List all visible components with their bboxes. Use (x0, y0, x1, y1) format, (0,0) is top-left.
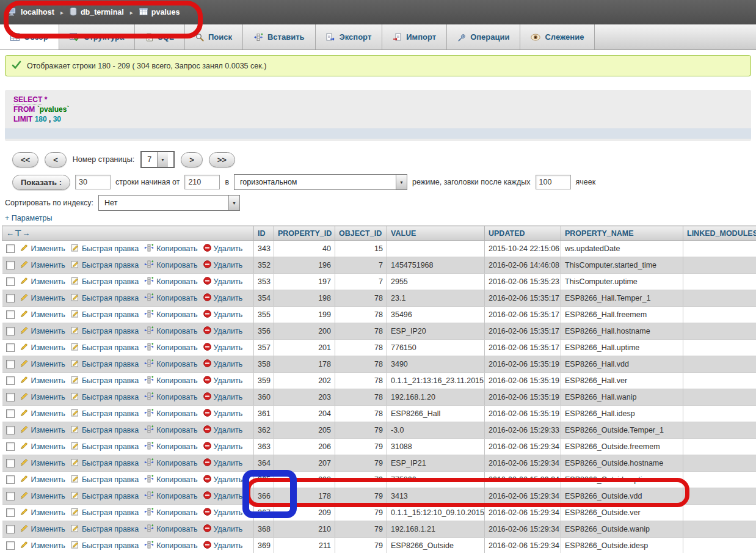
column-header-updated[interactable]: UPDATED (485, 226, 561, 241)
quick-edit-link[interactable]: Быстрая правка (71, 475, 139, 485)
column-header-property_id[interactable]: PROPERTY_ID (274, 226, 335, 241)
tab-Обзор[interactable]: Обзор (0, 24, 59, 49)
row-checkbox[interactable] (6, 244, 15, 253)
tab-Вставить[interactable]: Вставить (243, 24, 316, 49)
row-checkbox[interactable] (6, 327, 15, 335)
delete-link[interactable]: Удалить (203, 260, 243, 270)
edit-link[interactable]: Изменить (20, 260, 65, 270)
copy-link[interactable]: Копировать (144, 409, 197, 419)
delete-link[interactable]: Удалить (203, 293, 243, 303)
row-checkbox[interactable] (6, 360, 15, 368)
copy-link[interactable]: Копировать (144, 541, 197, 551)
delete-link[interactable]: Удалить (203, 475, 243, 485)
column-header-object_id[interactable]: OBJECT_ID (335, 226, 387, 241)
copy-link[interactable]: Копировать (144, 508, 197, 518)
breadcrumb-server[interactable]: localhost (7, 7, 54, 18)
tab-Операции[interactable]: Операции (447, 24, 520, 49)
copy-link[interactable]: Копировать (144, 491, 197, 501)
row-checkbox[interactable] (6, 525, 15, 533)
quick-edit-link[interactable]: Быстрая правка (71, 260, 139, 270)
row-checkbox[interactable] (6, 442, 15, 451)
tab-Экспорт[interactable]: Экспорт (316, 24, 383, 49)
quick-edit-link[interactable]: Быстрая правка (71, 376, 139, 386)
copy-link[interactable]: Копировать (144, 475, 197, 485)
column-header-id[interactable]: ID (254, 226, 274, 241)
edit-link[interactable]: Изменить (20, 293, 65, 303)
edit-link[interactable]: Изменить (20, 310, 65, 320)
row-count-input[interactable] (75, 175, 111, 189)
start-row-input[interactable] (184, 175, 220, 189)
quick-edit-link[interactable]: Быстрая правка (71, 541, 139, 551)
row-checkbox[interactable] (6, 393, 15, 401)
copy-link[interactable]: Копировать (144, 359, 197, 369)
copy-link[interactable]: Копировать (144, 244, 197, 254)
row-checkbox[interactable] (6, 541, 15, 550)
column-header-value[interactable]: VALUE (387, 226, 485, 241)
delete-link[interactable]: Удалить (203, 343, 243, 353)
delete-link[interactable]: Удалить (203, 409, 243, 419)
tab-Импорт[interactable]: Импорт (382, 24, 447, 49)
sql-keyword-select[interactable]: SELECT (13, 95, 42, 104)
edit-link[interactable]: Изменить (20, 409, 65, 419)
delete-link[interactable]: Удалить (203, 524, 243, 534)
row-options-header[interactable]: ←⊤→ (2, 226, 254, 241)
quick-edit-link[interactable]: Быстрая правка (71, 392, 139, 402)
copy-link[interactable]: Копировать (144, 293, 197, 303)
quick-edit-link[interactable]: Быстрая правка (71, 458, 139, 468)
delete-link[interactable]: Удалить (203, 458, 243, 468)
delete-link[interactable]: Удалить (203, 310, 243, 320)
quick-edit-link[interactable]: Быстрая правка (71, 310, 139, 320)
quick-edit-link[interactable]: Быстрая правка (71, 425, 139, 435)
breadcrumb-table[interactable]: pvalues (139, 8, 180, 17)
options-toggle-link[interactable]: + Параметры (5, 214, 756, 223)
delete-link[interactable]: Удалить (203, 392, 243, 402)
quick-edit-link[interactable]: Быстрая правка (71, 359, 139, 369)
last-page-button[interactable]: >> (209, 152, 235, 167)
delete-link[interactable]: Удалить (203, 326, 243, 336)
column-header-linked_modules[interactable]: LINKED_MODULES (683, 226, 756, 241)
copy-link[interactable]: Копировать (144, 343, 197, 353)
tab-SQL[interactable]: SQL (135, 24, 185, 49)
quick-edit-link[interactable]: Быстрая правка (71, 244, 139, 254)
row-checkbox[interactable] (6, 277, 15, 286)
quick-edit-link[interactable]: Быстрая правка (71, 343, 139, 353)
row-checkbox[interactable] (6, 310, 15, 319)
row-checkbox[interactable] (6, 426, 15, 434)
copy-link[interactable]: Копировать (144, 310, 197, 320)
edit-link[interactable]: Изменить (20, 541, 65, 551)
copy-link[interactable]: Копировать (144, 524, 197, 534)
copy-link[interactable]: Копировать (144, 425, 197, 435)
edit-link[interactable]: Изменить (20, 359, 65, 369)
edit-link[interactable]: Изменить (20, 508, 65, 518)
delete-link[interactable]: Удалить (203, 376, 243, 386)
copy-link[interactable]: Копировать (144, 326, 197, 336)
delete-link[interactable]: Удалить (203, 541, 243, 551)
quick-edit-link[interactable]: Быстрая правка (71, 409, 139, 419)
next-page-button[interactable]: > (181, 152, 203, 167)
edit-link[interactable]: Изменить (20, 491, 65, 501)
copy-link[interactable]: Копировать (144, 376, 197, 386)
page-number-select[interactable]: 7 ▼ (140, 151, 175, 168)
quick-edit-link[interactable]: Быстрая правка (71, 326, 139, 336)
delete-link[interactable]: Удалить (203, 359, 243, 369)
edit-link[interactable]: Изменить (20, 458, 65, 468)
edit-link[interactable]: Изменить (20, 442, 65, 452)
breadcrumb-database[interactable]: db_terminal (70, 7, 124, 18)
tab-Поиск[interactable]: Поиск (185, 24, 243, 49)
quick-edit-link[interactable]: Быстрая правка (71, 524, 139, 534)
row-checkbox[interactable] (6, 294, 15, 302)
row-checkbox[interactable] (6, 376, 15, 385)
display-mode-select[interactable]: горизонтальном ▼ (234, 174, 407, 190)
copy-link[interactable]: Копировать (144, 392, 197, 402)
row-checkbox[interactable] (6, 475, 15, 484)
quick-edit-link[interactable]: Быстрая правка (71, 508, 139, 518)
column-header-property_name[interactable]: PROPERTY_NAME (561, 226, 683, 241)
first-page-button[interactable]: << (12, 152, 38, 167)
prev-page-button[interactable]: < (45, 152, 67, 167)
row-checkbox[interactable] (6, 343, 15, 352)
repeat-headers-input[interactable] (536, 175, 571, 189)
delete-link[interactable]: Удалить (203, 425, 243, 435)
delete-link[interactable]: Удалить (203, 244, 243, 254)
quick-edit-link[interactable]: Быстрая правка (71, 293, 139, 303)
show-button[interactable]: Показать : (12, 175, 70, 190)
